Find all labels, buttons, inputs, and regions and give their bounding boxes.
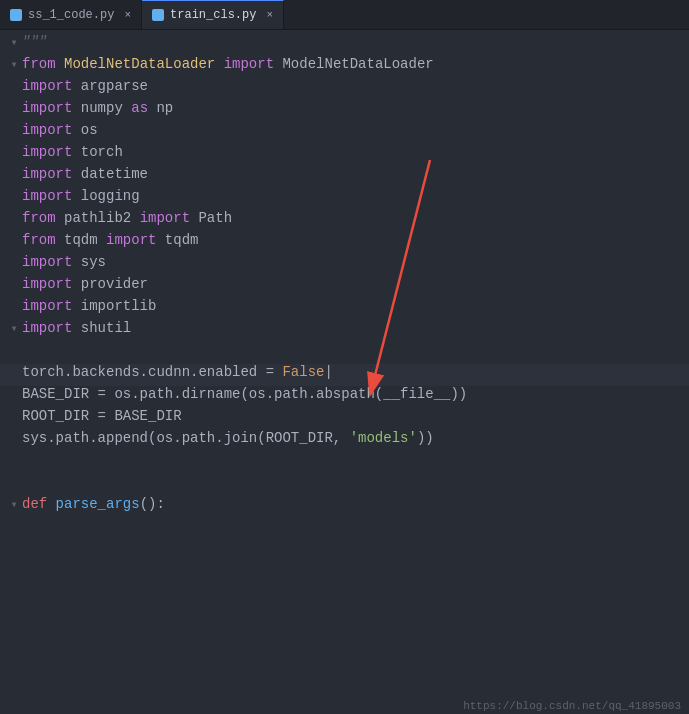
tab-icon-2	[152, 9, 164, 21]
code-line-20	[0, 452, 689, 474]
id-6: torch	[81, 144, 123, 160]
code-line-21	[0, 474, 689, 496]
fold-18	[8, 410, 20, 424]
kw-import-11: import	[22, 254, 81, 270]
code-editor: ▾ """ ▾ from ModelNetDataLoader import M…	[0, 30, 689, 714]
code-line-2: ▾ from ModelNetDataLoader import ModelNe…	[0, 56, 689, 78]
kw-import-4: import	[22, 100, 81, 116]
fold-4	[8, 102, 20, 116]
tab-label-1: ss_1_code.py	[28, 8, 114, 22]
id-2: ModelNetDataLoader	[282, 56, 433, 72]
fold-16	[8, 366, 20, 380]
fold-14[interactable]: ▾	[8, 321, 20, 336]
id-9a: pathlib2	[64, 210, 140, 226]
code-line-10: from tqdm import tqdm	[0, 232, 689, 254]
id-16a: torch.backends.cudnn.enabled =	[22, 364, 282, 380]
kw-import-7: import	[22, 166, 81, 182]
kw-import-14: import	[22, 320, 81, 336]
tab-bar: ss_1_code.py × train_cls.py ×	[0, 0, 689, 30]
code-line-15	[0, 342, 689, 364]
module-2: ModelNetDataLoader	[64, 56, 224, 72]
code-content: ▾ """ ▾ from ModelNetDataLoader import M…	[0, 30, 689, 522]
tab-label-2: train_cls.py	[170, 8, 256, 22]
status-url: https://blog.csdn.net/qq_41895003	[463, 700, 681, 712]
code-line-19: sys.path.append(os.path.join(ROOT_DIR, '…	[0, 430, 689, 452]
paren-22: ():	[140, 496, 165, 512]
id-4b: np	[156, 100, 173, 116]
fold-8	[8, 190, 20, 204]
kw-import-8: import	[22, 188, 81, 204]
line-text-20	[22, 452, 30, 468]
id-19b: ))	[417, 430, 434, 446]
tab-ss1-code[interactable]: ss_1_code.py ×	[0, 0, 142, 29]
code-line-14: ▾ import shutil	[0, 320, 689, 342]
id-13: importlib	[81, 298, 157, 314]
id-12: provider	[81, 276, 148, 292]
code-line-9: from pathlib2 import Path	[0, 210, 689, 232]
line-text-21	[22, 474, 30, 490]
tab-close-2[interactable]: ×	[266, 9, 273, 21]
id-19a: sys.path.append(os.path.join(ROOT_DIR,	[22, 430, 350, 446]
id-8: logging	[81, 188, 140, 204]
kw-import-2: import	[224, 56, 283, 72]
kw-import-9: import	[140, 210, 199, 226]
fold-17	[8, 388, 20, 402]
fold-13	[8, 300, 20, 314]
fold-19	[8, 432, 20, 446]
kw-import-6: import	[22, 144, 81, 160]
str-19: 'models'	[350, 430, 417, 446]
fold-22[interactable]: ▾	[8, 497, 20, 512]
code-line-3: import argparse	[0, 78, 689, 100]
id-9b: Path	[198, 210, 232, 226]
line-text-1: """	[22, 34, 47, 50]
code-line-13: import importlib	[0, 298, 689, 320]
tab-train-cls[interactable]: train_cls.py ×	[142, 0, 284, 29]
fold-15	[8, 344, 20, 358]
kw-import-3: import	[22, 78, 81, 94]
fold-1[interactable]: ▾	[8, 35, 20, 50]
kw-from-10: from	[22, 232, 64, 248]
val-false-16: False	[282, 364, 324, 380]
code-line-7: import datetime	[0, 166, 689, 188]
fold-7	[8, 168, 20, 182]
code-line-6: import torch	[0, 144, 689, 166]
kw-import-5: import	[22, 122, 81, 138]
kw-import-13: import	[22, 298, 81, 314]
cursor-16: |	[324, 364, 332, 380]
id-4a: numpy	[81, 100, 131, 116]
fold-10	[8, 234, 20, 248]
code-line-22: ▾ def parse_args():	[0, 496, 689, 518]
kw-import-10: import	[106, 232, 165, 248]
kw-from-9: from	[22, 210, 64, 226]
id-14: shutil	[81, 320, 131, 336]
fold-11	[8, 256, 20, 270]
id-7: datetime	[81, 166, 148, 182]
fold-6	[8, 146, 20, 160]
id-17: BASE_DIR = os.path.dirname(os.path.abspa…	[22, 386, 467, 402]
id-10b: tqdm	[165, 232, 199, 248]
code-line-12: import provider	[0, 276, 689, 298]
fold-12	[8, 278, 20, 292]
code-line-8: import logging	[0, 188, 689, 210]
id-5: os	[81, 122, 98, 138]
fold-3	[8, 80, 20, 94]
code-line-17: BASE_DIR = os.path.dirname(os.path.abspa…	[0, 386, 689, 408]
code-line-5: import os	[0, 122, 689, 144]
fold-5	[8, 124, 20, 138]
fn-22: parse_args	[56, 496, 140, 512]
id-3: argparse	[81, 78, 148, 94]
fold-21	[8, 476, 20, 490]
fold-2[interactable]: ▾	[8, 57, 20, 72]
kw-def-22: def	[22, 496, 56, 512]
code-line-4: import numpy as np	[0, 100, 689, 122]
line-text-15	[22, 342, 30, 358]
id-18: ROOT_DIR = BASE_DIR	[22, 408, 182, 424]
status-bar: https://blog.csdn.net/qq_41895003	[455, 698, 689, 714]
code-line-18: ROOT_DIR = BASE_DIR	[0, 408, 689, 430]
fold-20	[8, 454, 20, 468]
code-line-1: ▾ """	[0, 34, 689, 56]
tab-close-1[interactable]: ×	[124, 9, 131, 21]
code-line-16: torch.backends.cudnn.enabled = False|	[0, 364, 689, 386]
kw-import-12: import	[22, 276, 81, 292]
id-11: sys	[81, 254, 106, 270]
